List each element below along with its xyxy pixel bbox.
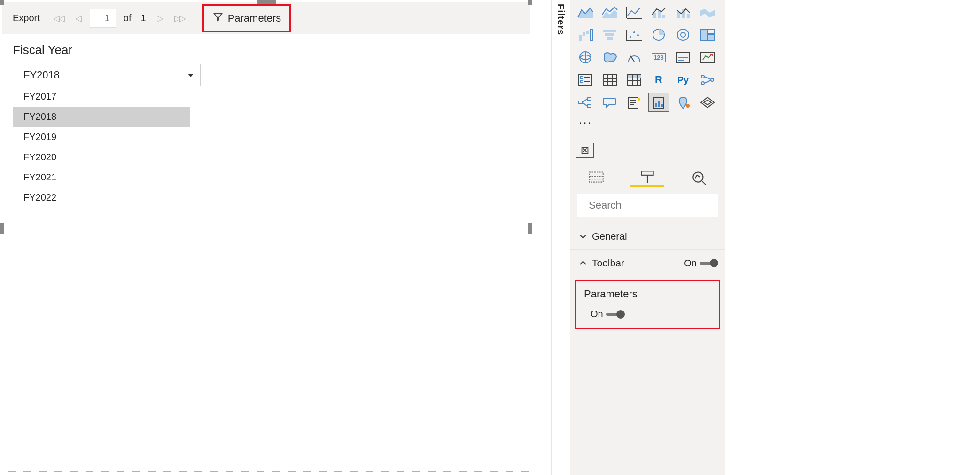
- general-section[interactable]: General: [570, 223, 725, 249]
- remove-field-icon[interactable]: [576, 143, 594, 158]
- fiscal-year-option[interactable]: FY2020: [13, 147, 190, 167]
- fiscal-year-option[interactable]: FY2018: [13, 107, 190, 127]
- more-visuals-button[interactable]: ···: [575, 116, 718, 135]
- svg-rect-21: [708, 35, 715, 40]
- search-box[interactable]: [577, 194, 718, 217]
- resize-handle-middle-left[interactable]: [0, 223, 4, 234]
- scatter-chart-icon[interactable]: [624, 25, 645, 44]
- svg-rect-30: [580, 80, 583, 82]
- parameters-setting: Parameters On: [575, 280, 720, 329]
- svg-point-17: [677, 29, 689, 40]
- search-input[interactable]: [589, 199, 718, 211]
- visual-selection-frame[interactable]: Export ◁◁ ◁ of 1 ▷ ▷▷ Parameters Fiscal …: [2, 2, 530, 472]
- slicer-icon[interactable]: [575, 70, 596, 89]
- ribbon-chart-icon[interactable]: [697, 3, 718, 22]
- parameters-label: Parameters: [228, 12, 281, 24]
- report-canvas[interactable]: Export ◁◁ ◁ of 1 ▷ ▷▷ Parameters Fiscal …: [0, 0, 538, 475]
- line-chart-icon[interactable]: [624, 3, 645, 22]
- svg-rect-2: [662, 15, 665, 18]
- visualizations-pane: 123 R Py ···: [570, 0, 725, 475]
- stacked-area-chart-icon[interactable]: [599, 3, 620, 22]
- filters-panel-collapsed[interactable]: Filters: [551, 0, 570, 475]
- svg-rect-6: [579, 35, 582, 41]
- decomposition-tree-icon[interactable]: [575, 93, 596, 112]
- svg-rect-5: [687, 14, 690, 18]
- svg-rect-7: [583, 32, 585, 36]
- resize-handle-top-right[interactable]: [528, 0, 532, 5]
- filters-label: Filters: [555, 4, 566, 35]
- funnel-chart-icon[interactable]: [599, 25, 620, 44]
- fields-tab[interactable]: [584, 169, 608, 187]
- fiscal-year-option[interactable]: FY2017: [13, 86, 190, 107]
- general-label: General: [592, 231, 627, 242]
- matrix-icon[interactable]: [624, 70, 645, 89]
- analytics-tab[interactable]: [687, 169, 711, 187]
- report-toolbar: Export ◁◁ ◁ of 1 ▷ ▷▷ Parameters: [2, 2, 530, 34]
- svg-rect-9: [590, 30, 593, 41]
- chevron-down-icon: [579, 232, 587, 241]
- toolbar-toggle-state: On: [684, 258, 697, 269]
- gauge-icon[interactable]: [624, 48, 645, 67]
- svg-rect-8: [586, 31, 589, 34]
- export-label: Export: [13, 13, 40, 23]
- chevron-down-icon: [188, 74, 194, 77]
- get-more-visuals-icon[interactable]: [697, 93, 718, 112]
- svg-rect-33: [603, 75, 616, 85]
- parameters-setting-label: Parameters: [584, 288, 711, 300]
- card-icon[interactable]: 123: [648, 48, 669, 67]
- resize-handle-middle-right[interactable]: [528, 223, 532, 234]
- combo-stacked-chart-icon[interactable]: [673, 3, 693, 22]
- prev-page-button[interactable]: ◁: [70, 13, 86, 23]
- svg-point-15: [637, 34, 639, 36]
- parameters-toggle[interactable]: On: [591, 309, 711, 319]
- r-visual-icon[interactable]: R: [648, 70, 669, 89]
- area-chart-icon[interactable]: [575, 3, 596, 22]
- toolbar-section[interactable]: Toolbar On: [570, 250, 725, 276]
- map-icon[interactable]: [575, 48, 596, 67]
- fiscal-year-option[interactable]: FY2019: [13, 127, 190, 147]
- report-body: Fiscal Year FY2018 FY2017FY2018FY2019FY2…: [2, 34, 530, 471]
- table-icon[interactable]: [599, 70, 620, 89]
- parameters-button[interactable]: Parameters: [202, 4, 292, 32]
- smart-narrative-icon[interactable]: [624, 93, 645, 112]
- svg-point-58: [686, 104, 690, 108]
- pie-chart-icon[interactable]: [648, 25, 669, 44]
- multi-row-card-icon[interactable]: [673, 48, 693, 67]
- fiscal-year-selected: FY2018: [23, 69, 60, 81]
- svg-rect-20: [708, 29, 715, 34]
- filled-map-icon[interactable]: [599, 48, 620, 67]
- treemap-icon[interactable]: [697, 25, 718, 44]
- fiscal-year-dropdown[interactable]: FY2018: [13, 64, 201, 86]
- waterfall-chart-icon[interactable]: [575, 25, 596, 44]
- export-button[interactable]: Export: [9, 10, 47, 26]
- page-number-input[interactable]: [90, 9, 116, 28]
- svg-rect-56: [658, 101, 660, 107]
- svg-rect-10: [603, 30, 616, 32]
- svg-rect-11: [605, 33, 614, 36]
- svg-rect-12: [607, 37, 613, 40]
- toolbar-toggle[interactable]: On: [684, 258, 716, 269]
- svg-rect-48: [587, 105, 591, 108]
- svg-point-44: [701, 82, 704, 85]
- svg-point-14: [633, 31, 635, 33]
- visualization-palette: 123 R Py ···: [570, 0, 725, 139]
- arcgis-map-icon[interactable]: [673, 93, 693, 112]
- resize-handle-top-middle[interactable]: [257, 0, 276, 4]
- svg-point-13: [630, 36, 631, 38]
- last-page-button[interactable]: ▷▷: [171, 13, 187, 23]
- resize-handle-top-left[interactable]: [0, 0, 4, 5]
- paginated-report-icon[interactable]: [648, 93, 669, 112]
- qa-visual-icon[interactable]: [599, 93, 620, 112]
- python-visual-icon[interactable]: Py: [673, 70, 693, 89]
- first-page-button[interactable]: ◁◁: [50, 13, 66, 23]
- fiscal-year-option[interactable]: FY2021: [13, 167, 190, 187]
- key-influencers-icon[interactable]: [697, 70, 718, 89]
- svg-rect-19: [700, 29, 707, 40]
- svg-rect-57: [661, 104, 663, 107]
- fiscal-year-option[interactable]: FY2022: [13, 187, 190, 208]
- kpi-icon[interactable]: [697, 48, 718, 67]
- combo-chart-icon[interactable]: [648, 3, 669, 22]
- next-page-button[interactable]: ▷: [152, 13, 168, 23]
- donut-chart-icon[interactable]: [673, 25, 693, 44]
- svg-point-65: [693, 172, 703, 182]
